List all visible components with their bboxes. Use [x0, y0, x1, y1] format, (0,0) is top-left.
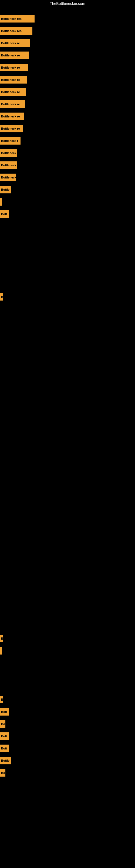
bar-item: Bott [0, 733, 9, 740]
bar-item: Bottleneck [0, 149, 17, 157]
bar-item: Bott [0, 210, 9, 218]
bar-item: Bottleneck [0, 161, 17, 169]
bar-item: Bottleneck re [0, 76, 27, 84]
bar-item: Bott [0, 708, 9, 716]
bar-item: Bottleneck re [0, 100, 25, 108]
bar-item: Bottleneck re [0, 52, 29, 59]
bar-item: Bo [0, 769, 5, 777]
bar-item: Bottleneck [0, 174, 16, 181]
bar-item: Bottleneck re [0, 39, 30, 47]
bar-item: Bottleneck re [0, 88, 26, 96]
bar-item: Bottleneck r [0, 137, 20, 145]
bar-item [0, 647, 2, 654]
bar-item: B [0, 293, 3, 301]
bar-item: Bo [0, 720, 5, 728]
bar-item: Bottleneck re [0, 64, 28, 71]
bar-item: Bottleneck res [0, 27, 32, 35]
bar-item: Bottle [0, 186, 11, 193]
bar-item: Bott [0, 745, 9, 752]
site-title: TheBottlenecker.com [50, 1, 85, 6]
bar-item: B [0, 635, 3, 642]
bar-item: Bottle [0, 757, 11, 764]
bar-item: Bottleneck res [0, 15, 35, 23]
bar-item: Bottleneck re [0, 125, 23, 132]
bar-item: B [0, 696, 3, 703]
bar-item [0, 198, 2, 206]
bar-item: Bottleneck re [0, 113, 24, 120]
